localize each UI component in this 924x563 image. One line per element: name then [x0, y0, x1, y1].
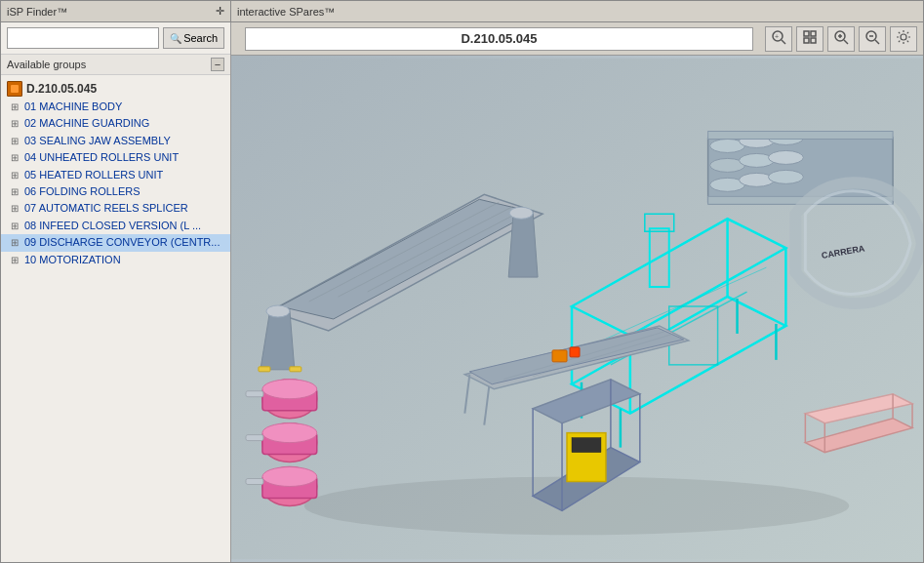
settings-icon	[896, 29, 911, 48]
svg-point-23	[509, 207, 533, 219]
svg-rect-25	[259, 367, 270, 372]
expand-icon-03: ⊞	[11, 135, 22, 148]
main-area: 🔍 Search Available groups − D.210.05.	[1, 22, 923, 562]
svg-line-8	[844, 40, 848, 44]
item-text-10: 10 MOTORIZATION	[24, 253, 224, 267]
svg-rect-59	[552, 350, 567, 362]
svg-text:+: +	[775, 33, 779, 40]
svg-rect-4	[811, 31, 816, 36]
expand-icon-05: ⊞	[11, 169, 22, 182]
svg-point-73	[262, 380, 317, 399]
svg-rect-37	[708, 132, 893, 140]
svg-rect-78	[246, 435, 263, 441]
expand-icon-02: ⊞	[11, 117, 22, 131]
svg-rect-82	[246, 479, 263, 485]
left-title: iSP Finder™ ✛	[1, 1, 231, 21]
svg-line-12	[875, 40, 879, 44]
item-text-05: 05 HEATED ROLLERS UNIT	[24, 168, 224, 182]
svg-point-81	[262, 467, 317, 487]
tree-item-01[interactable]: ⊞ 01 MACHINE BODY	[1, 99, 230, 115]
right-title-text: interactive SPares™	[237, 6, 335, 18]
search-button[interactable]: 🔍 Search	[163, 27, 224, 49]
settings-button[interactable]	[890, 26, 917, 52]
item-text-06: 06 FOLDING ROLLERS	[24, 184, 224, 199]
svg-rect-5	[804, 38, 809, 43]
svg-rect-3	[804, 31, 809, 36]
tree-item-08[interactable]: ⊞ 08 INFEED CLOSED VERSION (L ...	[1, 218, 230, 234]
zoom-in-icon	[833, 29, 849, 48]
tree-item-05[interactable]: ⊞ 05 HEATED ROLLERS UNIT	[1, 167, 230, 183]
item-text-07: 07 AUTOMATIC REELS SPLICER	[24, 201, 224, 216]
svg-line-1	[782, 40, 785, 44]
root-icon	[7, 81, 22, 97]
expand-icon-04: ⊞	[11, 151, 22, 165]
search-bar: 🔍 Search	[1, 22, 230, 55]
left-title-icon[interactable]: ✛	[216, 5, 224, 18]
viewer-canvas[interactable]: CARRERA	[231, 56, 923, 562]
viewer-area: D.210.05.045 +	[231, 22, 923, 562]
tree-item-04[interactable]: ⊞ 04 UNHEATED ROLLERS UNIT	[1, 149, 230, 166]
search-button-label: Search	[183, 32, 218, 44]
tree-item-03[interactable]: ⊞ 03 SEALING JAW ASSEMBLY	[1, 133, 230, 149]
item-text-09: 09 DISCHARGE CONVEYOR (CENTR...	[24, 235, 224, 250]
zoom-fit-icon: +	[771, 29, 786, 48]
svg-point-36	[768, 170, 803, 183]
left-title-text: iSP Finder™	[7, 6, 67, 18]
expand-icon-01: ⊞	[11, 101, 22, 114]
tree-item-10[interactable]: ⊞ 10 MOTORIZATION	[1, 252, 230, 268]
root-label: D.210.05.045	[26, 82, 97, 96]
tree-item-06[interactable]: ⊞ 06 FOLDING ROLLERS	[1, 183, 230, 200]
item-text-01: 01 MACHINE BODY	[24, 100, 224, 114]
zoom-out-button[interactable]	[859, 26, 886, 52]
expand-icon-06: ⊞	[11, 185, 22, 199]
tree-item-07[interactable]: ⊞ 07 AUTOMATIC REELS SPLICER	[1, 200, 230, 217]
svg-point-77	[262, 423, 317, 443]
tree-root[interactable]: D.210.05.045	[1, 79, 230, 99]
root-icon-inner	[11, 85, 19, 93]
fit-window-icon	[802, 29, 818, 48]
3d-view-svg: CARRERA	[231, 56, 923, 562]
left-panel: 🔍 Search Available groups − D.210.05.	[1, 22, 231, 562]
viewer-toolbar: D.210.05.045 +	[231, 22, 923, 56]
tree-item-02[interactable]: ⊞ 02 MACHINE GUARDING	[1, 115, 230, 132]
part-number-text: D.210.05.045	[461, 31, 537, 46]
svg-marker-22	[508, 212, 538, 277]
title-bar: iSP Finder™ ✛ interactive SPares™	[1, 1, 923, 22]
item-text-08: 08 INFEED CLOSED VERSION (L ...	[24, 219, 224, 233]
expand-icon-07: ⊞	[11, 202, 22, 216]
item-text-04: 04 UNHEATED ROLLERS UNIT	[24, 150, 224, 165]
tree-area: D.210.05.045 ⊞ 01 MACHINE BODY ⊞ 02 MACH…	[1, 75, 230, 562]
zoom-out-icon	[864, 29, 880, 48]
svg-point-35	[768, 150, 803, 164]
expand-icon-08: ⊞	[11, 220, 22, 233]
expand-icon-09: ⊞	[11, 236, 22, 250]
svg-rect-6	[811, 38, 816, 43]
app-container: iSP Finder™ ✛ interactive SPares™ 🔍 Sear…	[0, 0, 924, 563]
zoom-fit-button[interactable]: +	[765, 26, 792, 52]
expand-icon-10: ⊞	[11, 254, 22, 267]
search-input[interactable]	[7, 27, 159, 49]
part-number-display: D.210.05.045	[245, 27, 753, 51]
svg-rect-60	[570, 347, 580, 357]
svg-rect-70	[572, 438, 601, 453]
groups-header-label: Available groups	[7, 59, 86, 70]
svg-rect-74	[246, 391, 263, 397]
svg-point-24	[266, 305, 290, 317]
svg-rect-26	[290, 367, 301, 372]
zoom-in-button[interactable]	[827, 26, 855, 52]
fit-window-button[interactable]	[796, 26, 824, 52]
tree-item-09[interactable]: ⊞ 09 DISCHARGE CONVEYOR (CENTR...	[1, 234, 230, 251]
item-text-02: 02 MACHINE GUARDING	[24, 116, 224, 131]
item-text-03: 03 SEALING JAW ASSEMBLY	[24, 134, 224, 148]
search-icon: 🔍	[170, 33, 181, 44]
right-title: interactive SPares™	[231, 1, 923, 21]
collapse-button[interactable]: −	[211, 58, 224, 71]
collapse-icon: −	[215, 59, 221, 70]
groups-header: Available groups −	[1, 55, 230, 75]
